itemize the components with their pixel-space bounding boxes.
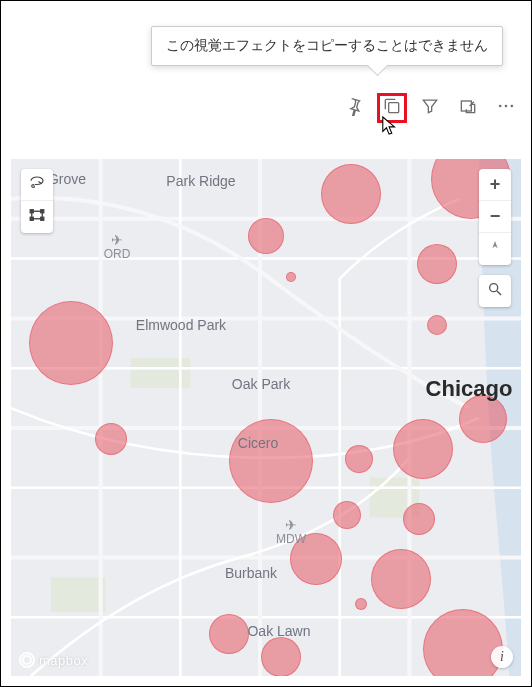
svg-rect-6 [370,478,420,518]
copy-icon [382,96,402,120]
minus-icon: − [490,206,501,227]
svg-rect-23 [41,210,44,213]
lasso-select-button[interactable] [21,169,53,201]
visual-toolbar [339,93,521,123]
filter-icon [420,96,440,120]
svg-rect-7 [51,577,106,612]
svg-point-4 [511,105,514,108]
map-basemap [11,159,521,676]
tooltip-cannot-copy-visual: この視覚エフェクトをコピーすることはできません [151,26,503,66]
rectangle-select-icon [28,206,46,228]
filter-button[interactable] [415,93,445,123]
svg-rect-0 [389,103,399,113]
lasso-icon [28,174,46,196]
pin-button[interactable] [339,93,369,123]
zoom-out-button[interactable]: − [479,201,511,233]
info-icon: i [500,649,504,665]
svg-point-2 [499,105,502,108]
selection-controls [21,169,53,233]
map-navigation-controls: + − [479,169,511,307]
svg-point-26 [490,283,498,291]
tooltip-text: この視覚エフェクトをコピーすることはできません [166,37,488,53]
svg-line-27 [497,291,501,295]
attribution-text: mapbox [39,653,88,668]
more-options-icon [496,96,516,120]
svg-rect-25 [41,217,44,220]
svg-point-3 [505,105,508,108]
more-options-button[interactable] [491,93,521,123]
svg-rect-22 [30,210,33,213]
zoom-in-button[interactable]: + [479,169,511,201]
focus-mode-button[interactable] [453,93,483,123]
map-attribution: mapbox [19,652,88,668]
rectangle-select-button[interactable] [21,201,53,233]
map-search-button[interactable] [479,275,511,307]
copy-visual-button[interactable] [377,93,407,123]
compass-button[interactable] [479,233,511,265]
map-visual[interactable]: GrovedePark RidgeElmwood ParkOak ParkChi… [11,159,521,676]
mapbox-logo-icon [19,652,35,668]
search-icon [487,281,503,302]
map-info-button[interactable]: i [491,646,513,668]
plus-icon: + [490,174,501,195]
compass-icon [487,239,503,260]
svg-rect-24 [30,217,33,220]
pin-icon [344,96,364,120]
focus-mode-icon [458,96,478,120]
